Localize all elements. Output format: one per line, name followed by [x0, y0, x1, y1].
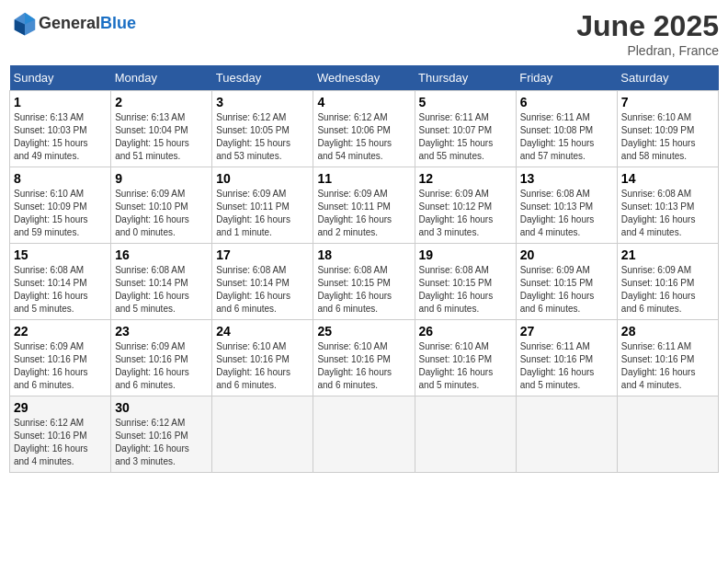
day-info: Sunrise: 6:11 AM Sunset: 10:07 PM Daylig…	[419, 111, 512, 163]
logo: GeneralBlue	[9, 9, 136, 37]
day-info: Sunrise: 6:09 AM Sunset: 10:16 PM Daylig…	[115, 340, 208, 392]
day-info: Sunrise: 6:09 AM Sunset: 10:11 PM Daylig…	[216, 188, 309, 239]
weekday-header-thursday: Thursday	[415, 65, 516, 91]
day-info: Sunrise: 6:13 AM Sunset: 10:03 PM Daylig…	[14, 111, 107, 163]
day-number: 1	[14, 95, 107, 109]
calendar-cell: 2Sunrise: 6:13 AM Sunset: 10:04 PM Dayli…	[111, 91, 212, 167]
day-number: 17	[216, 247, 309, 262]
logo-general-text: General	[39, 14, 100, 32]
day-info: Sunrise: 6:10 AM Sunset: 10:09 PM Daylig…	[621, 111, 714, 163]
calendar-cell	[212, 396, 313, 473]
day-number: 15	[14, 247, 107, 262]
calendar-cell: 25Sunrise: 6:10 AM Sunset: 10:16 PM Dayl…	[313, 320, 415, 396]
calendar-cell: 27Sunrise: 6:11 AM Sunset: 10:16 PM Dayl…	[516, 320, 617, 396]
day-info: Sunrise: 6:12 AM Sunset: 10:06 PM Daylig…	[317, 111, 410, 163]
weekday-header-friday: Friday	[516, 65, 617, 91]
calendar-week-row: 15Sunrise: 6:08 AM Sunset: 10:14 PM Dayl…	[10, 244, 719, 320]
day-info: Sunrise: 6:08 AM Sunset: 10:15 PM Daylig…	[419, 264, 512, 316]
calendar-cell	[516, 396, 617, 473]
day-number: 5	[419, 95, 512, 109]
calendar-week-row: 29Sunrise: 6:12 AM Sunset: 10:16 PM Dayl…	[10, 396, 719, 473]
title-block: June 2025 Pledran, France	[576, 9, 719, 58]
day-info: Sunrise: 6:12 AM Sunset: 10:05 PM Daylig…	[216, 111, 309, 163]
day-number: 9	[115, 171, 208, 186]
calendar-cell: 9Sunrise: 6:09 AM Sunset: 10:10 PM Dayli…	[111, 167, 212, 244]
day-number: 18	[317, 247, 410, 262]
calendar-cell: 13Sunrise: 6:08 AM Sunset: 10:13 PM Dayl…	[516, 167, 617, 244]
day-info: Sunrise: 6:08 AM Sunset: 10:14 PM Daylig…	[115, 264, 208, 316]
day-info: Sunrise: 6:12 AM Sunset: 10:16 PM Daylig…	[14, 417, 107, 468]
calendar-cell: 21Sunrise: 6:09 AM Sunset: 10:16 PM Dayl…	[617, 244, 718, 320]
logo-icon	[11, 9, 39, 37]
day-info: Sunrise: 6:09 AM Sunset: 10:16 PM Daylig…	[14, 340, 107, 392]
calendar-cell: 4Sunrise: 6:12 AM Sunset: 10:06 PM Dayli…	[313, 91, 415, 167]
day-number: 25	[317, 324, 410, 339]
day-info: Sunrise: 6:11 AM Sunset: 10:16 PM Daylig…	[520, 340, 613, 392]
day-number: 21	[621, 247, 714, 262]
weekday-header-saturday: Saturday	[617, 65, 718, 91]
day-number: 24	[216, 324, 309, 339]
day-number: 19	[419, 247, 512, 262]
calendar-cell: 6Sunrise: 6:11 AM Sunset: 10:08 PM Dayli…	[516, 91, 617, 167]
day-info: Sunrise: 6:09 AM Sunset: 10:16 PM Daylig…	[621, 264, 714, 316]
day-number: 30	[115, 400, 208, 415]
calendar-cell: 11Sunrise: 6:09 AM Sunset: 10:11 PM Dayl…	[313, 167, 415, 244]
calendar-cell: 18Sunrise: 6:08 AM Sunset: 10:15 PM Dayl…	[313, 244, 415, 320]
calendar-header: SundayMondayTuesdayWednesdayThursdayFrid…	[10, 65, 719, 91]
day-number: 2	[115, 95, 208, 109]
calendar-week-row: 22Sunrise: 6:09 AM Sunset: 10:16 PM Dayl…	[10, 320, 719, 396]
day-info: Sunrise: 6:10 AM Sunset: 10:16 PM Daylig…	[317, 340, 410, 392]
day-info: Sunrise: 6:12 AM Sunset: 10:16 PM Daylig…	[115, 417, 208, 468]
day-info: Sunrise: 6:09 AM Sunset: 10:15 PM Daylig…	[520, 264, 613, 316]
calendar-cell: 8Sunrise: 6:10 AM Sunset: 10:09 PM Dayli…	[10, 167, 111, 244]
calendar-body: 1Sunrise: 6:13 AM Sunset: 10:03 PM Dayli…	[10, 91, 719, 473]
day-info: Sunrise: 6:10 AM Sunset: 10:09 PM Daylig…	[14, 188, 107, 239]
day-info: Sunrise: 6:08 AM Sunset: 10:14 PM Daylig…	[14, 264, 107, 316]
calendar-cell	[313, 396, 415, 473]
day-info: Sunrise: 6:08 AM Sunset: 10:13 PM Daylig…	[621, 188, 714, 239]
calendar-cell: 22Sunrise: 6:09 AM Sunset: 10:16 PM Dayl…	[10, 320, 111, 396]
weekday-header-monday: Monday	[111, 65, 212, 91]
month-year: June 2025	[576, 9, 719, 43]
day-info: Sunrise: 6:13 AM Sunset: 10:04 PM Daylig…	[115, 111, 208, 163]
day-number: 22	[14, 324, 107, 339]
day-info: Sunrise: 6:08 AM Sunset: 10:15 PM Daylig…	[317, 264, 410, 316]
calendar-cell: 15Sunrise: 6:08 AM Sunset: 10:14 PM Dayl…	[10, 244, 111, 320]
day-info: Sunrise: 6:09 AM Sunset: 10:10 PM Daylig…	[115, 188, 208, 239]
day-number: 12	[419, 171, 512, 186]
day-number: 28	[621, 324, 714, 339]
calendar-cell: 12Sunrise: 6:09 AM Sunset: 10:12 PM Dayl…	[415, 167, 516, 244]
calendar-cell: 1Sunrise: 6:13 AM Sunset: 10:03 PM Dayli…	[10, 91, 111, 167]
calendar-cell: 14Sunrise: 6:08 AM Sunset: 10:13 PM Dayl…	[617, 167, 718, 244]
calendar-cell: 30Sunrise: 6:12 AM Sunset: 10:16 PM Dayl…	[111, 396, 212, 473]
day-number: 16	[115, 247, 208, 262]
day-number: 8	[14, 171, 107, 186]
day-number: 23	[115, 324, 208, 339]
day-info: Sunrise: 6:11 AM Sunset: 10:08 PM Daylig…	[520, 111, 613, 163]
calendar-cell: 20Sunrise: 6:09 AM Sunset: 10:15 PM Dayl…	[516, 244, 617, 320]
calendar-cell: 3Sunrise: 6:12 AM Sunset: 10:05 PM Dayli…	[212, 91, 313, 167]
calendar-cell: 23Sunrise: 6:09 AM Sunset: 10:16 PM Dayl…	[111, 320, 212, 396]
location: Pledran, France	[576, 43, 719, 58]
logo-blue-text: Blue	[100, 14, 136, 32]
calendar-cell: 5Sunrise: 6:11 AM Sunset: 10:07 PM Dayli…	[415, 91, 516, 167]
calendar-cell: 24Sunrise: 6:10 AM Sunset: 10:16 PM Dayl…	[212, 320, 313, 396]
calendar-week-row: 8Sunrise: 6:10 AM Sunset: 10:09 PM Dayli…	[10, 167, 719, 244]
day-number: 4	[317, 95, 410, 109]
calendar-cell: 29Sunrise: 6:12 AM Sunset: 10:16 PM Dayl…	[10, 396, 111, 473]
day-number: 14	[621, 171, 714, 186]
day-number: 3	[216, 95, 309, 109]
calendar-cell: 26Sunrise: 6:10 AM Sunset: 10:16 PM Dayl…	[415, 320, 516, 396]
calendar-cell: 7Sunrise: 6:10 AM Sunset: 10:09 PM Dayli…	[617, 91, 718, 167]
day-info: Sunrise: 6:11 AM Sunset: 10:16 PM Daylig…	[621, 340, 714, 392]
calendar-table: SundayMondayTuesdayWednesdayThursdayFrid…	[9, 65, 719, 473]
calendar-cell	[415, 396, 516, 473]
day-number: 27	[520, 324, 613, 339]
day-info: Sunrise: 6:08 AM Sunset: 10:13 PM Daylig…	[520, 188, 613, 239]
day-number: 10	[216, 171, 309, 186]
calendar-cell: 10Sunrise: 6:09 AM Sunset: 10:11 PM Dayl…	[212, 167, 313, 244]
weekday-header-wednesday: Wednesday	[313, 65, 415, 91]
calendar-cell	[617, 396, 718, 473]
day-number: 6	[520, 95, 613, 109]
weekday-header-sunday: Sunday	[10, 65, 111, 91]
